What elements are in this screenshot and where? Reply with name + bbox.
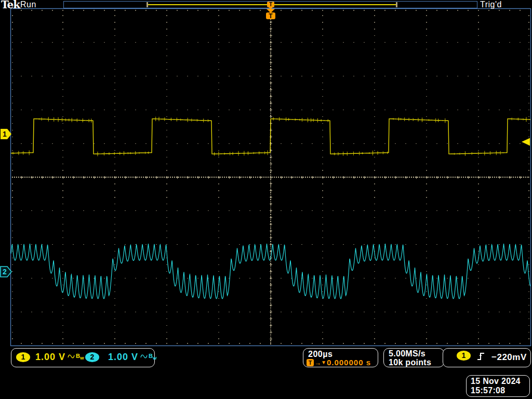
datetime-box: 15 Nov 2024 15:57:08 xyxy=(466,375,530,397)
trigger-delay-readout: T→▼0.000000 s xyxy=(307,358,371,367)
rising-edge-icon xyxy=(476,352,486,361)
date-text: 15 Nov 2024 xyxy=(471,377,521,386)
record-trigger-marker-icon: T xyxy=(267,2,274,7)
oscilloscope-screen: 1 2 T Tek Run T Trig'd 1 1.00 V xyxy=(0,0,532,399)
trigger-flag-label: T xyxy=(269,12,273,20)
trigger-source-badge[interactable]: 1 xyxy=(457,351,471,361)
trigger-marker-icon: ▼ xyxy=(321,360,326,365)
acquisition-status: Run xyxy=(20,0,36,9)
trigger-position-marker[interactable]: T xyxy=(266,9,275,20)
record-window-right-bracket xyxy=(396,2,397,7)
sample-rate: 5.00MS/s xyxy=(389,349,425,358)
record-length: 10k points xyxy=(389,358,431,367)
ch1-ac-coupling-icon xyxy=(68,354,75,359)
channel-readout-box: 1 1.00 V BW 2 1.00 V BW xyxy=(11,348,155,367)
graticule-grid xyxy=(12,10,529,344)
ch1-marker-label: 1 xyxy=(3,130,7,138)
record-trigger-marker-label: T xyxy=(269,2,272,7)
trigger-readout-box: 1 −220mV xyxy=(443,348,531,367)
ch1-bw-icon: B xyxy=(76,353,80,359)
trigger-delay-value: 0.000000 s xyxy=(327,358,371,367)
acquisition-readout-box: 5.00MS/s 10k points xyxy=(383,348,444,367)
ch2-scale: 1.00 V xyxy=(108,352,138,363)
ch1-scale: 1.00 V xyxy=(35,352,65,363)
ch2-bw-icon: B xyxy=(149,353,153,359)
ch1-position-marker[interactable]: 1 xyxy=(1,129,11,139)
horizontal-readout-box: 200µs T→▼0.000000 s xyxy=(303,348,378,367)
ch2-ac-coupling-icon xyxy=(140,354,148,359)
record-window-left-bracket xyxy=(147,2,148,7)
time-text: 15:57:08 xyxy=(471,386,505,395)
ch2-badge[interactable]: 2 xyxy=(85,352,99,362)
ch2-coupling-bw-icons: BW xyxy=(140,352,157,361)
record-view-bar[interactable]: T xyxy=(63,1,477,8)
arrow-right-icon: → xyxy=(314,359,321,367)
ch2-position-marker[interactable]: 2 xyxy=(1,267,11,277)
trigger-level-marker[interactable] xyxy=(522,138,530,146)
ch1-badge[interactable]: 1 xyxy=(16,352,30,362)
ch2-marker-label: 2 xyxy=(3,268,7,276)
trigger-delay-t-icon: T xyxy=(307,359,314,366)
trigger-level-value: −220mV xyxy=(491,352,527,363)
ch1-coupling-bw-icons: BW xyxy=(68,352,84,361)
graticule-area: 1 2 T xyxy=(0,0,532,399)
tek-logo: Tek xyxy=(1,0,20,11)
record-trigger-marker-tip xyxy=(269,7,273,9)
trigger-status: Trig'd xyxy=(480,0,502,9)
